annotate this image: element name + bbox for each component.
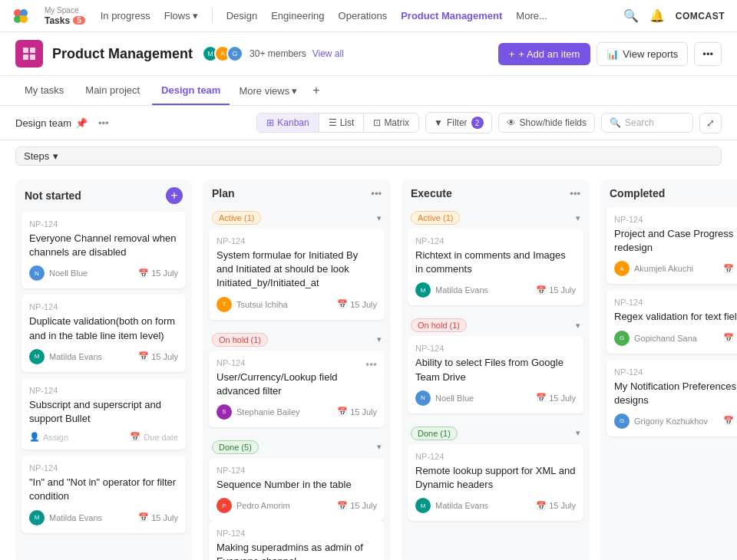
- view-all-link[interactable]: View all: [312, 48, 344, 59]
- section-on-hold: On hold (1) ▾ NP-124 Ability to select F…: [408, 315, 583, 413]
- card-id: NP-124: [614, 215, 737, 224]
- card[interactable]: NP-124 Remote lookup support for XML and…: [408, 444, 583, 521]
- card-title: Project and Case Progress Bars redesign: [614, 227, 737, 255]
- calendar-icon: 📅: [337, 407, 348, 417]
- card-footer: M Matilda Evans 📅 15 July: [415, 498, 576, 513]
- card-id: NP-124: [216, 358, 245, 367]
- card-date: 📅 15 July: [138, 512, 178, 522]
- card[interactable]: NP-124 ••• User/Currency/Lookup field ad…: [209, 351, 385, 427]
- card-user: Pedro Amorim: [236, 501, 332, 510]
- filter-button[interactable]: ▼ Filter 2: [425, 112, 492, 133]
- card-footer: G Gopichand Sana 📅 15 July: [614, 331, 737, 346]
- column-header-completed: Completed: [600, 180, 737, 207]
- card[interactable]: NP-124 Sequence Number in the table P Pe…: [209, 458, 385, 521]
- kanban-board: Not started + NP-124 Everyone Channel re…: [0, 172, 737, 560]
- column-more-button[interactable]: •••: [570, 188, 580, 199]
- add-card-button[interactable]: +: [166, 187, 183, 204]
- search-icon[interactable]: 🔍: [623, 8, 639, 23]
- card[interactable]: NP-124 Duplicate validation(both on form…: [21, 295, 186, 371]
- avatar: M: [29, 349, 45, 364]
- card[interactable]: NP-124 "In" and "Not in" operator for fi…: [21, 456, 186, 532]
- card-footer: N Noell Blue 📅 15 July: [415, 390, 576, 406]
- show-hide-fields-button[interactable]: 👁 Show/hide fields: [498, 113, 595, 133]
- card[interactable]: NP-124 Project and Case Progress Bars re…: [606, 207, 737, 284]
- card[interactable]: NP-124 My Notification Preferences new d…: [606, 360, 737, 436]
- tasks-link[interactable]: Tasks 5: [45, 15, 85, 26]
- tab-design-team[interactable]: Design team: [152, 77, 230, 105]
- section-toggle-done[interactable]: Done (1) ▾: [408, 423, 583, 444]
- card[interactable]: NP-124 Subscript and superscript and sup…: [21, 378, 186, 450]
- card[interactable]: NP-124 Everyone Channel removal when cha…: [21, 212, 186, 288]
- list-view-tab[interactable]: ☰ List: [319, 114, 365, 132]
- bell-icon[interactable]: 🔔: [649, 8, 665, 23]
- card-date: 📅 15 July: [337, 407, 377, 417]
- expand-button[interactable]: ⤢: [699, 113, 722, 133]
- my-space[interactable]: My Space Tasks 5: [45, 6, 85, 26]
- nav-operations[interactable]: Operations: [339, 10, 388, 21]
- section-toggle-on-hold[interactable]: On hold (1) ▾: [209, 329, 385, 351]
- more-options-button[interactable]: •••: [694, 42, 722, 66]
- card-title: Ability to select Files from Google Team…: [415, 356, 576, 384]
- column-body-plan: Active (1) ▾ NP-124 System formulae for …: [203, 207, 391, 560]
- section-toggle-done[interactable]: Done (5) ▾: [209, 436, 385, 458]
- chevron-down-icon: ▾: [377, 442, 382, 452]
- section-on-hold: On hold (1) ▾ NP-124 ••• User/Currency/L…: [209, 329, 385, 427]
- avatar: M: [415, 498, 431, 513]
- search-input[interactable]: 🔍 Search: [601, 113, 693, 133]
- section-toggle-active[interactable]: Active (1) ▾: [209, 207, 385, 229]
- card-user: Matilda Evans: [435, 501, 531, 510]
- chevron-down-icon: ▾: [377, 213, 382, 223]
- column-header-not-started: Not started +: [15, 180, 192, 212]
- card-title: Regex validation for text fields: [614, 310, 737, 324]
- svg-rect-5: [30, 48, 35, 53]
- add-view-button[interactable]: +: [306, 76, 326, 105]
- section-toggle-active[interactable]: Active (1) ▾: [408, 207, 583, 229]
- section-active: Active (1) ▾ NP-124 Richtext in comments…: [408, 207, 583, 305]
- tab-my-tasks[interactable]: My tasks: [15, 77, 73, 105]
- tab-more-views[interactable]: More views ▾: [233, 77, 303, 104]
- brand-logo: COMCAST: [676, 11, 725, 21]
- add-item-button[interactable]: + + Add an item: [498, 43, 590, 65]
- column-not-started: Not started + NP-124 Everyone Channel re…: [15, 180, 192, 560]
- toolbar-more-button[interactable]: •••: [94, 116, 114, 130]
- card-title: Everyone Channel removal when channels a…: [29, 232, 178, 259]
- card[interactable]: NP-124 Regex validation for text fields …: [606, 290, 737, 353]
- card-date: 📅 15 July: [723, 416, 737, 426]
- tab-main-project[interactable]: Main project: [76, 77, 149, 105]
- nav-engineering[interactable]: Engineering: [271, 10, 324, 21]
- column-header-plan: Plan •••: [203, 180, 391, 207]
- svg-rect-4: [23, 48, 28, 53]
- logo: [12, 8, 29, 25]
- card-date: 📅 15 July: [536, 393, 576, 403]
- section-toggle-on-hold[interactable]: On hold (1) ▾: [408, 315, 583, 336]
- card-user: Grigoriy Kozhukhov: [634, 417, 719, 426]
- card-more-button[interactable]: •••: [365, 358, 377, 371]
- nav-design[interactable]: Design: [226, 10, 257, 21]
- section-done: Done (5) ▾ NP-124 Sequence Number in the…: [209, 436, 385, 560]
- kanban-view-tab[interactable]: ⊞ Kanban: [257, 114, 319, 132]
- matrix-view-tab[interactable]: ⊡ Matrix: [364, 114, 418, 132]
- steps-dropdown[interactable]: Steps ▾: [15, 147, 722, 166]
- column-more-button[interactable]: •••: [371, 188, 382, 199]
- card-footer: 👤 Assign 📅 Due date: [29, 432, 178, 442]
- card[interactable]: NP-124 Richtext in comments and Images i…: [408, 229, 583, 305]
- view-reports-button[interactable]: 📊 View reports: [597, 42, 688, 66]
- card-title: Making superadmins as admin of Everyone …: [216, 541, 377, 560]
- card-user: Noell Blue: [49, 268, 134, 278]
- card[interactable]: NP-124 Making superadmins as admin of Ev…: [209, 521, 385, 560]
- card[interactable]: NP-124 Ability to select Files from Goog…: [408, 336, 583, 413]
- nav-in-progress[interactable]: In progress: [101, 10, 150, 21]
- section-tag: Active (1): [411, 211, 460, 225]
- column-completed: Completed NP-124 Project and Case Progre…: [600, 180, 737, 560]
- nav-more[interactable]: More...: [516, 10, 547, 21]
- card[interactable]: NP-124 System formulae for Initiated By …: [209, 229, 385, 320]
- nav-flows[interactable]: Flows ▾: [164, 10, 198, 21]
- chart-icon: 📊: [606, 48, 619, 60]
- card-id: NP-124: [415, 236, 576, 245]
- column-title: Completed: [610, 187, 737, 199]
- card-user: Akumjeli Akuchi: [634, 264, 719, 273]
- section-active: Active (1) ▾ NP-124 System formulae for …: [209, 207, 385, 320]
- card-id: NP-124: [614, 367, 737, 377]
- nav-product-management[interactable]: Product Management: [401, 10, 502, 21]
- avatar: M: [415, 282, 431, 298]
